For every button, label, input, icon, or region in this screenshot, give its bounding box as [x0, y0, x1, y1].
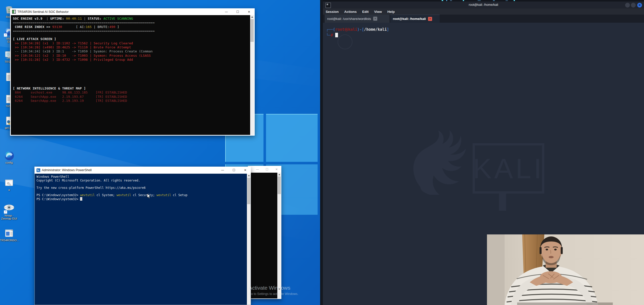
tab-home-kali[interactable]: root@kali: /home/kali ✕: [390, 15, 440, 23]
soc-scrollbar[interactable]: [250, 15, 254, 135]
icon-label: Nmap - Zenmap GUI: [0, 214, 18, 220]
wallpaper-logo-pane: [266, 114, 318, 162]
scroll-thumb[interactable]: [278, 176, 281, 194]
soc-window: TRS4R3N Sentinal AI SOC Behavior — ☐ ✕ S…: [10, 8, 255, 136]
kali-prompt: ┌──(root㉿kali)-[/home/kali]└─#: [326, 27, 389, 38]
menu-view[interactable]: View: [371, 10, 385, 14]
recording-mark: [442, 0, 443, 1]
powershell-scrollbar[interactable]: [247, 174, 251, 305]
tab-wordlists[interactable]: root@kali: /usr/share/wordlists ✕: [325, 15, 390, 23]
desktop-icon-trs4r3nso[interactable]: TRS4R3NSO...: [0, 228, 18, 242]
screen: Recy ↗ Micr Ec TRS4R TRS4: [0, 0, 644, 305]
kali-window-title: root@kali: /home/kali: [323, 3, 644, 7]
eye-icon: ↗: [4, 204, 14, 213]
maximize-button[interactable]: ☐: [232, 8, 243, 15]
kali-screen: root@kali: /home/kali ✕ Session Actions …: [323, 0, 644, 305]
edge-swirl-icon: [4, 151, 14, 160]
icon-label: config: [0, 161, 18, 164]
powershell-console-text: Windows PowerShellCopyright (C) Microsof…: [36, 175, 246, 304]
close-button[interactable]: ✕: [243, 8, 255, 15]
scroll-up-arrow[interactable]: [277, 173, 281, 176]
scroll-thumb[interactable]: [247, 178, 250, 204]
powershell-console: Windows PowerShellCopyright (C) Microsof…: [34, 174, 251, 305]
webcam-video: [487, 234, 644, 305]
desktop-icon-config[interactable]: config: [0, 151, 18, 164]
desktop-icon-nmap[interactable]: ↗ Nmap - Zenmap GUI: [0, 204, 18, 220]
powershell-titlebar[interactable]: Administrator: Windows PowerShell — ☐ ✕: [34, 167, 251, 174]
kali-logo-text: KALI: [473, 152, 544, 185]
shortcut-arrow-icon: ↗: [4, 33, 7, 37]
recording-mark: [478, 0, 481, 1]
soc-window-title: TRS4R3N Sentinal AI SOC Behavior: [17, 10, 69, 14]
powershell-icon: [36, 168, 40, 172]
icon-label: a: [0, 188, 18, 191]
powershell-window-title: Administrator: Windows PowerShell: [42, 168, 92, 172]
shortcut-arrow-icon: ↗: [4, 210, 7, 214]
close-button[interactable]: ✕: [272, 166, 281, 173]
recording-mark: [506, 0, 508, 1]
minimize-circle-button[interactable]: [625, 3, 630, 8]
kali-logo-pole: [499, 193, 506, 211]
scroll-up-arrow[interactable]: [247, 174, 251, 177]
kali-titlebar[interactable]: root@kali: /home/kali ✕: [323, 2, 644, 9]
close-circle-button[interactable]: ✕: [637, 3, 642, 8]
recording-mark: [450, 0, 452, 1]
kali-logo-box-watermark: KALI: [473, 143, 544, 194]
menu-help[interactable]: Help: [385, 10, 397, 14]
mouse-cursor: [147, 193, 151, 199]
windows-desktop: Recy ↗ Micr Ec TRS4R TRS4: [0, 0, 320, 305]
menu-session[interactable]: Session: [323, 10, 342, 14]
recording-mark: [514, 0, 515, 1]
recording-mark: [446, 0, 447, 1]
back-scrollbar[interactable]: [277, 173, 281, 298]
minimize-button[interactable]: —: [217, 167, 228, 174]
menu-actions[interactable]: Actions: [342, 10, 360, 14]
app-window-icon: [4, 228, 14, 238]
maximize-button[interactable]: ☐: [228, 167, 240, 174]
maximize-button[interactable]: ☐: [262, 166, 272, 173]
tab-close-icon[interactable]: ✕: [428, 17, 432, 21]
back-console: [248, 173, 281, 299]
screen-divider: [320, 0, 323, 305]
recording-mark: [463, 0, 464, 1]
close-button[interactable]: ✕: [240, 167, 251, 174]
gears-window-icon: ⚙⚙: [4, 178, 14, 188]
desktop-icon-a-tool[interactable]: ⚙⚙ a: [0, 178, 18, 191]
minimize-button[interactable]: —: [221, 8, 232, 15]
soc-app-icon: [12, 10, 16, 14]
minimize-button[interactable]: —: [253, 166, 262, 173]
menu-edit[interactable]: Edit: [359, 10, 371, 14]
back-window-titlebar[interactable]: — ☐ ✕: [248, 166, 281, 173]
recording-mark: [493, 0, 495, 1]
webcam-overlay: [487, 234, 644, 305]
background-console-window: — ☐ ✕: [248, 166, 281, 299]
soc-console: SOC ENGINE v3.9 | UPTIME: 00:40:11 | STA…: [10, 15, 255, 136]
scroll-down-arrow[interactable]: [277, 287, 281, 291]
scroll-up-arrow[interactable]: [250, 15, 254, 19]
tab-close-icon[interactable]: ✕: [373, 17, 377, 21]
kali-dragon-watermark: [411, 126, 476, 227]
kali-terminal[interactable]: KALI ┌──(root㉿kali)-[/home/kali]└─#: [323, 23, 644, 305]
soc-titlebar[interactable]: TRS4R3N Sentinal AI SOC Behavior — ☐ ✕: [10, 8, 255, 15]
maximize-circle-button[interactable]: [631, 3, 636, 8]
tab-label: root@kali: /usr/share/wordlists: [327, 17, 371, 21]
kali-menubar: Session Actions Edit View Help: [323, 9, 644, 15]
soc-console-text: SOC ENGINE v3.9 | UPTIME: 00:40:11 | STA…: [13, 17, 249, 134]
kali-tabbar: root@kali: /usr/share/wordlists ✕ root@k…: [323, 15, 644, 23]
powershell-window: Administrator: Windows PowerShell — ☐ ✕ …: [34, 167, 251, 305]
svg-text:⚙: ⚙: [9, 183, 11, 186]
tab-label: root@kali: /home/kali: [393, 17, 426, 21]
icon-label: TRS4R3NSO...: [0, 239, 18, 242]
scroll-thumb[interactable]: [250, 19, 254, 42]
